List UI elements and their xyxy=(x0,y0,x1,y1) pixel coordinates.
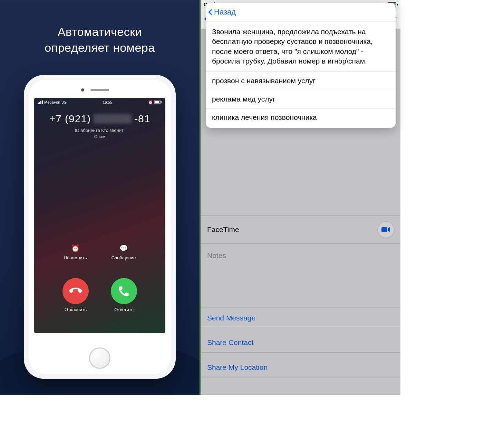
blurred-number-icon xyxy=(94,114,132,124)
promo-panel: Автоматически определяет номера MegaFon … xyxy=(0,0,200,395)
primary-actions: Отклонить Ответить xyxy=(34,278,165,312)
secondary-actions: ⏰ Напомнить 💬 Сообщение xyxy=(34,244,165,260)
caller-id-line1: ID абонента Кто звонит: xyxy=(75,128,125,133)
sheet-back-button[interactable]: Назад xyxy=(206,3,396,21)
remind-label: Напомнить xyxy=(64,255,87,260)
inner-time: 16:55 xyxy=(103,100,112,104)
number-suffix: -81 xyxy=(134,113,150,125)
message-button[interactable]: 💬 Сообщение xyxy=(112,244,136,260)
speaker-slot-icon xyxy=(90,89,109,91)
remind-button[interactable]: ⏰ Напомнить xyxy=(64,244,87,260)
contacts-screen: Carrier 8:23 PM Contacts Edit FaceTime N… xyxy=(200,0,400,395)
review-item: клиника лечения позвоночника xyxy=(206,108,396,128)
battery-icon xyxy=(154,100,162,104)
caller-id-line2: Спам xyxy=(94,134,106,139)
caller-id: ID абонента Кто звонит: Спам xyxy=(34,127,165,140)
reviews-sheet: Назад Звонила женщина, предложила подъех… xyxy=(206,3,396,128)
carrier-label: MegaFon xyxy=(44,100,60,104)
answer-label: Ответить xyxy=(114,307,134,312)
inner-status-bar: MegaFon 3G 16:55 ⏰ xyxy=(34,98,165,107)
decline-icon xyxy=(62,278,89,304)
answer-button[interactable]: Ответить xyxy=(111,278,137,312)
decline-button[interactable]: Отклонить xyxy=(62,278,89,312)
svg-rect-2 xyxy=(161,102,162,103)
phone-frame: MegaFon 3G 16:55 ⏰ +7 (921) -81 ID абоне… xyxy=(24,75,176,379)
chevron-left-icon xyxy=(209,9,214,15)
alarm-icon: ⏰ xyxy=(148,100,153,105)
svg-rect-1 xyxy=(155,101,159,103)
headline: Автоматически определяет номера xyxy=(45,24,155,56)
call-screen: MegaFon 3G 16:55 ⏰ +7 (921) -81 ID абоне… xyxy=(34,98,165,333)
message-label: Сообщение xyxy=(112,255,136,260)
network-label: 3G xyxy=(61,100,67,104)
signal-icon xyxy=(38,100,43,104)
camera-dot-icon xyxy=(81,88,84,92)
review-item: прозвон с навязыванием услуг xyxy=(206,72,396,90)
message-bubble-icon: 💬 xyxy=(119,244,128,252)
decline-label: Отклонить xyxy=(65,307,87,312)
alarm-clock-icon: ⏰ xyxy=(71,244,80,252)
review-main: Звонила женщина, предложила подъехать на… xyxy=(206,21,396,72)
review-item: реклама мед услуг xyxy=(206,90,396,108)
answer-icon xyxy=(111,278,137,304)
home-button[interactable] xyxy=(89,347,110,369)
number-prefix: +7 (921) xyxy=(49,113,91,125)
headline-line2: определяет номера xyxy=(45,41,155,54)
sheet-back-label: Назад xyxy=(214,8,236,17)
phone-inner: MegaFon 3G 16:55 ⏰ +7 (921) -81 ID абоне… xyxy=(29,80,171,374)
incoming-number: +7 (921) -81 xyxy=(34,113,165,125)
headline-line1: Автоматически xyxy=(58,25,142,38)
